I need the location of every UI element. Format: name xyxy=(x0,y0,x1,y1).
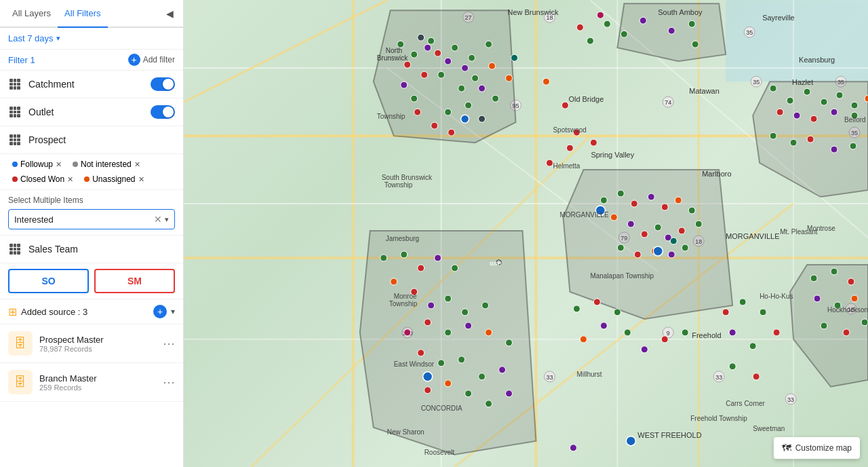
select-dropdown-arrow-icon[interactable]: ▾ xyxy=(165,215,169,224)
added-source-row: ⊞ Added source : 3 + ▾ xyxy=(0,299,183,324)
svg-text:35: 35 xyxy=(746,29,753,36)
svg-point-174 xyxy=(739,299,746,305)
svg-point-219 xyxy=(661,336,668,343)
svg-text:Jamesburg: Jamesburg xyxy=(386,235,419,242)
svg-point-171 xyxy=(423,372,433,381)
svg-point-161 xyxy=(418,350,425,356)
svg-point-131 xyxy=(627,221,634,227)
not-interested-remove-button[interactable]: ✕ xyxy=(134,160,140,169)
source-db-icon: ⊞ xyxy=(8,305,17,318)
svg-point-85 xyxy=(506,75,513,81)
svg-point-104 xyxy=(810,115,817,122)
svg-point-177 xyxy=(749,343,756,350)
svg-point-135 xyxy=(678,227,685,234)
svg-point-129 xyxy=(688,207,695,214)
svg-point-120 xyxy=(590,139,597,146)
svg-point-78 xyxy=(462,64,469,71)
svg-point-223 xyxy=(626,436,635,446)
svg-text:Brunswick: Brunswick xyxy=(377,54,408,62)
svg-point-127 xyxy=(661,204,668,210)
svg-point-152 xyxy=(428,302,435,309)
svg-point-102 xyxy=(776,109,783,115)
svg-point-83 xyxy=(479,115,486,122)
svg-point-146 xyxy=(401,251,408,258)
svg-point-70 xyxy=(404,61,411,68)
svg-point-145 xyxy=(380,255,387,261)
svg-point-155 xyxy=(482,302,489,309)
source-add-button[interactable]: + xyxy=(153,305,167,318)
svg-marker-53 xyxy=(563,170,732,319)
svg-marker-50 xyxy=(374,10,516,143)
source-expand-icon[interactable]: ▾ xyxy=(171,307,175,316)
svg-point-109 xyxy=(770,132,776,139)
svg-point-180 xyxy=(753,373,760,380)
svg-text:33: 33 xyxy=(715,374,722,381)
svg-point-98 xyxy=(804,88,810,95)
unassigned-remove-button[interactable]: ✕ xyxy=(138,175,144,184)
collapse-panel-button[interactable]: ◀ xyxy=(161,5,178,22)
svg-text:Ho-Ho-Kus: Ho-Ho-Kus xyxy=(760,293,793,300)
sales-team-SO-button[interactable]: SO xyxy=(8,269,89,293)
svg-text:Freehold Township: Freehold Township xyxy=(690,415,747,422)
prospect-layer-label: Prospect xyxy=(28,134,175,145)
branch-master-more-button[interactable]: ⋯ xyxy=(163,375,175,390)
catchment-toggle[interactable] xyxy=(151,77,175,91)
date-filter-label[interactable]: Last 7 days xyxy=(8,33,54,43)
tab-all-filters[interactable]: All Filters xyxy=(58,0,107,28)
svg-point-133 xyxy=(654,224,661,231)
svg-point-160 xyxy=(506,339,513,346)
svg-point-158 xyxy=(465,322,472,329)
svg-text:74: 74 xyxy=(665,99,671,106)
svg-point-105 xyxy=(831,109,837,115)
svg-point-144 xyxy=(670,238,677,244)
svg-point-141 xyxy=(682,244,688,251)
svg-point-64 xyxy=(458,85,465,92)
svg-point-154 xyxy=(462,309,469,316)
outlet-toggle[interactable] xyxy=(151,105,175,119)
customize-map-button[interactable]: 🗺 Customize map xyxy=(774,437,860,459)
sales-team-label: Sales Team xyxy=(28,244,175,255)
svg-point-162 xyxy=(438,360,445,367)
layer-row-catchment: Catchment xyxy=(0,71,183,98)
sales-team-SM-button[interactable]: SM xyxy=(94,269,175,293)
select-multiple-box[interactable]: Interested ✕ ▾ xyxy=(8,209,175,229)
svg-point-210 xyxy=(851,295,858,302)
prospect-master-more-button[interactable]: ⋯ xyxy=(163,336,175,351)
svg-point-103 xyxy=(793,112,800,119)
svg-point-71 xyxy=(421,71,428,78)
customize-map-icon: 🗺 xyxy=(782,443,791,453)
outlet-layer-icon xyxy=(8,105,22,119)
svg-point-175 xyxy=(760,309,766,316)
svg-point-112 xyxy=(831,146,837,153)
svg-text:New Sharon: New Sharon xyxy=(387,428,425,436)
svg-point-166 xyxy=(425,387,431,394)
svg-text:Marlboro: Marlboro xyxy=(702,170,731,178)
svg-text:North: North xyxy=(386,47,402,54)
add-filter-button[interactable]: + Add filter xyxy=(128,54,175,66)
svg-text:CONCORDIA: CONCORDIA xyxy=(421,405,462,412)
tab-all-layers[interactable]: All Layers xyxy=(5,0,58,26)
db-item-branch-master: 🗄 Branch Master 259 Records ⋯ xyxy=(0,363,183,402)
svg-point-84 xyxy=(489,62,496,69)
svg-text:MORGANVILLE: MORGANVILLE xyxy=(559,211,608,219)
source-label: Added source : 3 xyxy=(21,307,149,317)
svg-text:Hazlet: Hazlet xyxy=(792,78,813,86)
svg-point-79 xyxy=(479,85,486,92)
filter-label: Filter 1 xyxy=(8,55,35,65)
svg-point-172 xyxy=(404,329,411,336)
branch-master-name: Branch Master xyxy=(39,373,156,384)
svg-text:Freehold: Freehold xyxy=(692,331,721,339)
prospect-master-records: 78,987 Records xyxy=(39,345,156,353)
date-filter-arrow-icon[interactable]: ▾ xyxy=(56,34,60,43)
followup-remove-button[interactable]: ✕ xyxy=(56,160,62,169)
layer-row-prospect: Prospect xyxy=(0,126,183,154)
date-filter-row: Last 7 days ▾ xyxy=(0,28,183,50)
svg-point-94 xyxy=(688,20,695,27)
select-clear-icon[interactable]: ✕ xyxy=(154,214,162,225)
svg-point-222 xyxy=(641,346,648,353)
prospect-master-db-icon: 🗄 xyxy=(8,331,33,356)
svg-point-124 xyxy=(617,190,624,197)
map-area[interactable]: 130 95 9 18 18 18 27 79 35 35 35 33 33 xyxy=(184,0,868,467)
svg-point-220 xyxy=(682,329,688,336)
closed-won-remove-button[interactable]: ✕ xyxy=(67,175,73,184)
